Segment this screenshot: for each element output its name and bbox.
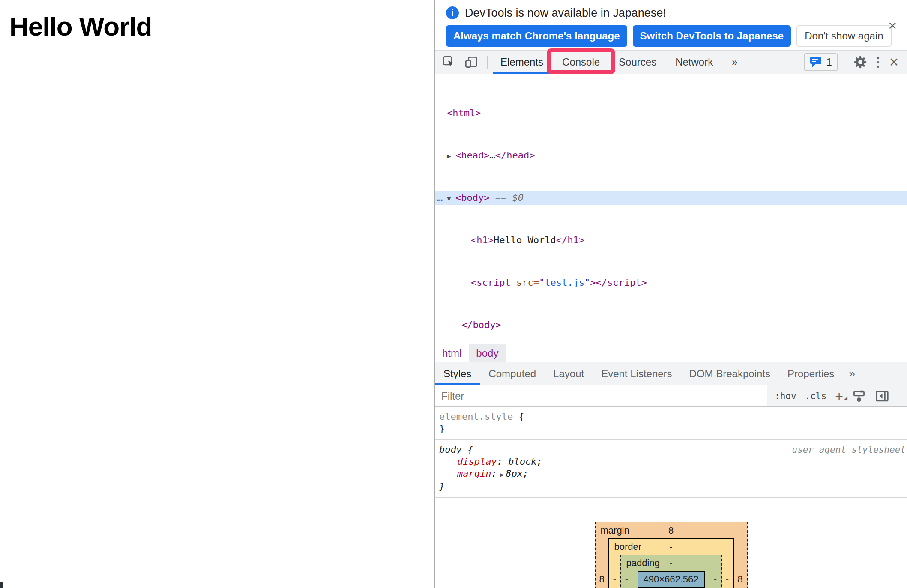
toolbar-separator [487,56,488,69]
padding-label: padding [626,555,660,571]
box-model-section: margin8 8 border- - padding- - 490×662.5… [435,498,907,588]
disclosure-collapsed-icon[interactable]: ▶ [447,149,455,163]
rule-selector: body [439,444,462,455]
tree-line-body-selected[interactable]: …▼<body> == $0 [435,191,907,205]
box-model-content[interactable]: 490×662.562 [638,571,705,588]
inline-style-selector: element.style [439,411,513,422]
tab-computed[interactable]: Computed [480,362,545,385]
css-property-margin[interactable]: margin:▶8px; [439,468,901,481]
sidebar-toggle-icon[interactable] [875,389,889,403]
new-style-rule-button[interactable]: +◢ [835,390,843,403]
toolbar-left-icons [435,51,484,74]
css-property-display[interactable]: display: block; [439,456,901,468]
device-toolbar-icon[interactable] [463,54,479,70]
tree-line-body-close[interactable]: </body> [435,318,907,332]
devtools-tabs: Elements Console Sources Network » [491,51,747,74]
match-language-button[interactable]: Always match Chrome's language [446,25,627,47]
style-brush-icon[interactable] [852,389,866,403]
margin-right-value: 8 [734,574,747,585]
tab-layout[interactable]: Layout [545,362,593,385]
devtools-panel: i DevTools is now available in Japanese!… [434,0,907,588]
box-model-border[interactable]: border- - padding- - 490×662.562 - - [608,538,734,588]
more-sidebar-tabs-icon[interactable]: » [843,362,861,385]
more-options-icon[interactable] [874,57,882,68]
toolbar-right-icons: 1 × [804,51,907,74]
issues-count: 1 [826,56,832,68]
body-user-agent-rule[interactable]: body { display: block; margin:▶8px; } us… [435,440,907,498]
expand-shorthand-icon[interactable]: ▶ [500,469,504,481]
issues-button[interactable]: 1 [804,53,838,71]
rendered-page: Hello World [0,0,434,588]
page-heading: Hello World [9,11,434,42]
banner-buttons-row: Always match Chrome's language Switch De… [446,25,898,47]
breadcrumb: html body [435,344,907,362]
border-label: border [614,539,642,555]
console-reference: $0 [512,192,524,203]
devtools-close-icon[interactable]: × [888,54,900,70]
tree-line-head[interactable]: ▶<head>…</head> [435,148,907,162]
breadcrumb-html[interactable]: html [435,344,469,362]
tab-event-listeners[interactable]: Event Listeners [593,362,680,385]
breadcrumb-body[interactable]: body [469,344,506,362]
toggle-element-classes-button[interactable]: .cls [805,391,827,401]
border-right-value: - [722,574,733,585]
styles-filter-input[interactable] [435,385,767,406]
settings-gear-icon[interactable] [852,54,868,70]
inspect-element-icon[interactable] [441,54,457,70]
screenshot-root: { "page": { "heading": "Hello World" }, … [0,0,907,588]
switch-to-japanese-button[interactable]: Switch DevTools to Japanese [633,25,791,47]
tree-line-script[interactable]: <script src="test.js"></script> [435,275,907,290]
language-banner: i DevTools is now available in Japanese!… [435,0,907,50]
tree-line-h1[interactable]: <h1>Hello World</h1> [435,233,907,247]
screen-corner-artifact [0,582,3,588]
tree-line-html-open[interactable]: <html> [435,106,907,120]
more-tabs-icon[interactable]: » [722,51,747,74]
tab-properties[interactable]: Properties [779,362,843,385]
styles-filter-row: :hov .cls +◢ [435,385,907,407]
info-icon: i [446,6,459,19]
border-left-value: - [609,574,620,585]
issues-bubble-icon [810,56,823,68]
disclosure-expanded-icon[interactable]: ▼ [447,191,455,206]
elements-tree: <html> ▶<head>…</head> …▼<body> == $0 <h… [435,74,907,344]
rule-origin-label: user agent stylesheet [792,444,906,456]
padding-left-value: - [621,574,632,585]
filter-toolbar: :hov .cls +◢ [767,385,907,406]
tab-styles[interactable]: Styles [435,362,480,385]
padding-right-value: - [710,574,721,585]
styles-sidebar-tabs: Styles Computed Layout Event Listeners D… [435,362,907,385]
toolbar-separator-2 [845,55,845,69]
tab-console[interactable]: Console [553,51,609,74]
padding-top-value: - [669,558,672,568]
tab-network[interactable]: Network [666,51,722,74]
banner-close-icon[interactable]: × [888,19,897,32]
node-more-actions-icon[interactable]: … [437,191,443,205]
new-rule-dropdown-icon: ◢ [844,391,847,404]
inline-style-rule[interactable]: element.style { } [435,407,907,440]
margin-left-value: 8 [596,574,608,585]
margin-top-value: 8 [668,525,674,536]
box-model-margin[interactable]: margin8 8 border- - padding- - 490×662.5… [595,522,748,588]
margin-label: margin [601,522,629,538]
banner-message: DevTools is now available in Japanese! [465,6,666,20]
styles-pane: element.style { } body { display: block;… [435,407,907,588]
border-top-value: - [669,541,672,552]
script-src-link[interactable]: test.js [545,277,584,288]
indent-guide [451,120,451,162]
banner-message-row: i DevTools is now available in Japanese! [446,6,898,20]
toggle-hover-state-button[interactable]: :hov [775,391,796,401]
tab-dom-breakpoints[interactable]: DOM Breakpoints [681,362,779,385]
tab-sources[interactable]: Sources [609,51,666,74]
dont-show-again-button[interactable]: Don't show again [796,25,891,47]
box-model-padding[interactable]: padding- - 490×662.562 - - [620,555,722,588]
devtools-toolbar: Elements Console Sources Network » 1 [435,50,907,74]
tab-elements[interactable]: Elements [491,51,553,74]
